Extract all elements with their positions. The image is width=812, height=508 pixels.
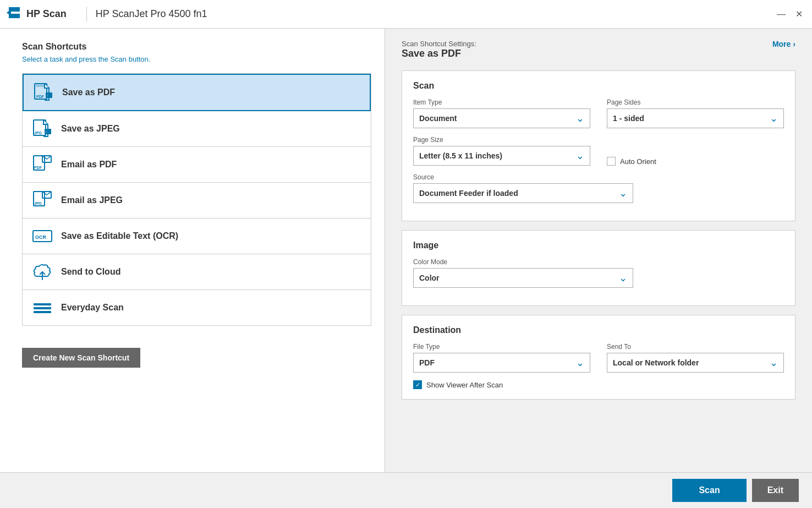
app-name: HP Scan <box>26 8 67 20</box>
svg-text:OCR: OCR <box>35 234 47 240</box>
chevron-right-icon: › <box>793 40 795 48</box>
settings-header: Scan Shortcut Settings: Save as PDF <box>402 40 476 68</box>
shortcut-label-email-jpeg: Email as JPEG <box>61 195 123 205</box>
main-content: Scan Shortcuts Select a task and press t… <box>0 29 812 472</box>
svg-text:PDF: PDF <box>34 166 42 170</box>
title-divider <box>86 7 87 22</box>
auto-orient-checkbox[interactable] <box>607 157 616 166</box>
auto-orient-row: Auto Orient <box>607 157 784 166</box>
file-type-value: PDF <box>419 358 435 367</box>
page-size-label: Page Size <box>413 136 590 144</box>
email-pdf-icon: PDF <box>31 155 53 174</box>
email-jpg-icon: JPG <box>31 190 53 210</box>
color-mode-dropdown-icon: ⌄ <box>619 272 627 284</box>
page-size-dropdown-icon: ⌄ <box>576 150 584 162</box>
send-to-select[interactable]: Local or Network folder ⌄ <box>607 353 784 373</box>
source-select[interactable]: Document Feeder if loaded ⌄ <box>413 183 633 203</box>
more-button[interactable]: More › <box>772 40 795 48</box>
scan-shortcuts-title: Scan Shortcuts <box>22 42 371 52</box>
file-type-label: File Type <box>413 343 590 351</box>
item-type-group: Item Type Document ⌄ <box>413 99 590 128</box>
shortcuts-list: PDF ↑ Save as PDF JPG <box>22 73 371 326</box>
item-type-pagesides-row: Item Type Document ⌄ Page Sides 1 - side… <box>413 99 784 128</box>
color-mode-group: Color Mode Color ⌄ <box>413 258 633 288</box>
color-mode-row: Color Mode Color ⌄ <box>413 258 784 288</box>
file-type-select[interactable]: PDF ⌄ <box>413 353 590 373</box>
page-sides-group: Page Sides 1 - sided ⌄ <box>607 99 784 128</box>
minimize-button[interactable]: — <box>775 8 788 21</box>
create-shortcut-button[interactable]: Create New Scan Shortcut <box>22 348 140 368</box>
shortcut-label-cloud: Send to Cloud <box>61 267 120 277</box>
page-sides-value: 1 - sided <box>613 114 644 123</box>
send-to-label: Send To <box>607 343 784 351</box>
auto-orient-spacer <box>607 147 784 155</box>
svg-rect-22 <box>34 307 51 309</box>
auto-orient-group: Auto Orient <box>607 147 784 166</box>
svg-text:↑: ↑ <box>46 130 47 134</box>
pdf-icon: PDF ↑ <box>32 83 54 102</box>
image-section: Image Color Mode Color ⌄ <box>402 230 795 306</box>
send-to-dropdown-icon: ⌄ <box>770 357 778 369</box>
color-mode-value: Color <box>419 274 440 282</box>
auto-orient-label: Auto Orient <box>620 157 656 166</box>
shortcut-item-email-jpeg[interactable]: JPG Email as JPEG <box>23 183 371 219</box>
scan-shortcuts-subtitle: Select a task and press the Scan button. <box>22 55 371 63</box>
filetype-sendto-row: File Type PDF ⌄ Send To Local or Network… <box>413 343 784 373</box>
page-sides-dropdown-icon: ⌄ <box>770 112 778 124</box>
file-type-group: File Type PDF ⌄ <box>413 343 590 373</box>
svg-text:↑: ↑ <box>47 94 48 97</box>
left-panel: Scan Shortcuts Select a task and press t… <box>0 29 385 472</box>
pagesize-autoorient-row: Page Size Letter (8.5 x 11 inches) ⌄ Aut… <box>413 136 784 166</box>
shortcut-label-save-pdf: Save as PDF <box>62 88 115 97</box>
page-size-value: Letter (8.5 x 11 inches) <box>419 151 502 160</box>
svg-text:JPG: JPG <box>34 201 42 205</box>
title-bar: HP Scan HP ScanJet Pro 4500 fn1 — ✕ <box>0 0 812 29</box>
shortcut-label-save-jpeg: Save as JPEG <box>61 124 120 134</box>
svg-text:PDF: PDF <box>36 95 45 99</box>
color-mode-select[interactable]: Color ⌄ <box>413 268 633 288</box>
shortcut-label-email-pdf: Email as PDF <box>61 160 117 170</box>
hp-logo-icon <box>7 5 22 24</box>
shortcut-item-ocr[interactable]: OCR Save as Editable Text (OCR) <box>23 219 371 254</box>
svg-text:JPG: JPG <box>34 131 42 135</box>
item-type-value: Document <box>419 114 457 123</box>
scan-button[interactable]: Scan <box>672 479 746 502</box>
color-mode-label: Color Mode <box>413 258 633 266</box>
page-size-group: Page Size Letter (8.5 x 11 inches) ⌄ <box>413 136 590 166</box>
page-sides-label: Page Sides <box>607 99 784 106</box>
page-sides-select[interactable]: 1 - sided ⌄ <box>607 108 784 128</box>
source-dropdown-icon: ⌄ <box>619 187 627 199</box>
source-group: Source Document Feeder if loaded ⌄ <box>413 173 633 203</box>
shortcut-item-cloud[interactable]: Send to Cloud <box>23 254 371 290</box>
shortcut-item-save-jpeg[interactable]: JPG ↑ Save as JPEG <box>23 111 371 147</box>
item-type-select[interactable]: Document ⌄ <box>413 108 590 128</box>
close-button[interactable]: ✕ <box>792 8 805 21</box>
destination-section: Destination File Type PDF ⌄ Send To Loca… <box>402 315 795 400</box>
item-type-dropdown-icon: ⌄ <box>576 112 584 124</box>
shortcut-label-everyday: Everyday Scan <box>61 303 124 313</box>
shortcut-item-everyday[interactable]: Everyday Scan <box>23 290 371 325</box>
jpg-icon: JPG ↑ <box>31 119 53 139</box>
destination-section-title: Destination <box>413 325 784 335</box>
scan-section: Scan Item Type Document ⌄ Page Sides 1 -… <box>402 70 795 221</box>
shortcut-item-email-pdf[interactable]: PDF Email as PDF <box>23 147 371 183</box>
settings-title-row: Scan Shortcut Settings: Save as PDF More… <box>402 40 795 68</box>
settings-name: Save as PDF <box>402 48 476 59</box>
scan-section-title: Scan <box>413 81 784 91</box>
page-size-select[interactable]: Letter (8.5 x 11 inches) ⌄ <box>413 146 590 166</box>
show-viewer-checkbox[interactable] <box>413 380 422 389</box>
source-value: Document Feeder if loaded <box>419 189 518 198</box>
svg-rect-21 <box>34 303 51 305</box>
shortcut-item-save-pdf[interactable]: PDF ↑ Save as PDF <box>23 74 371 111</box>
send-to-value: Local or Network folder <box>613 358 699 367</box>
exit-button[interactable]: Exit <box>752 479 799 502</box>
source-label: Source <box>413 173 633 181</box>
app-logo: HP Scan <box>7 5 67 24</box>
everyday-icon <box>31 298 53 318</box>
file-type-dropdown-icon: ⌄ <box>576 357 584 369</box>
svg-rect-23 <box>34 311 51 313</box>
bottom-bar: Scan Exit <box>0 472 812 508</box>
show-viewer-row: Show Viewer After Scan <box>413 380 784 389</box>
settings-label: Scan Shortcut Settings: <box>402 40 476 48</box>
shortcut-label-ocr: Save as Editable Text (OCR) <box>61 231 178 241</box>
